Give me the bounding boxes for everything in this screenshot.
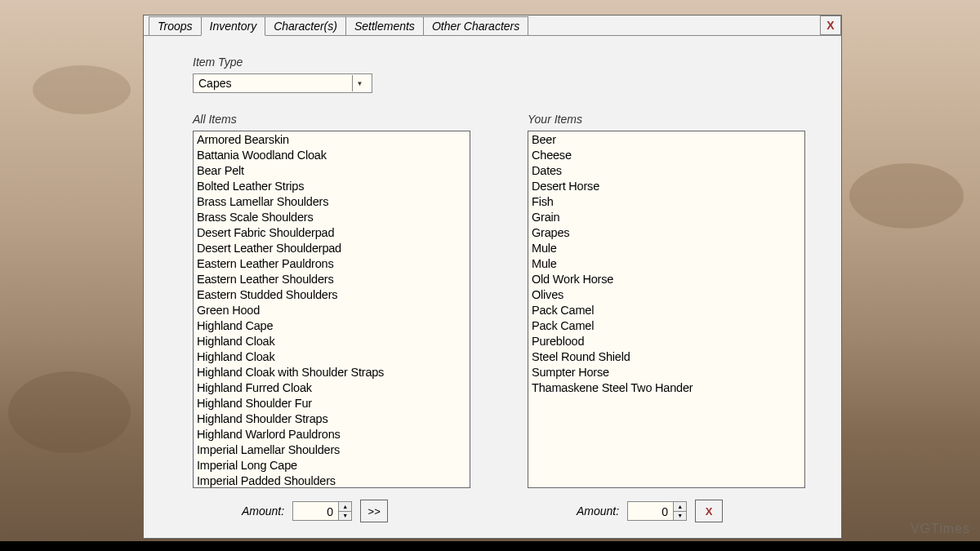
all-items-label: All Items <box>193 113 470 126</box>
amount-value-left[interactable]: 0 <box>293 502 338 520</box>
list-item[interactable]: Eastern Leather Pauldrons <box>197 256 466 272</box>
add-items-button[interactable]: >> <box>360 500 388 522</box>
list-item[interactable]: Highland Cloak <box>197 349 466 365</box>
list-item[interactable]: Steel Round Shield <box>532 349 801 365</box>
inventory-panel: Item Type Capes ▼ All Items Armored Bear… <box>144 35 841 538</box>
chevron-down-icon: ▼ <box>352 75 367 91</box>
your-items-listbox[interactable]: BeerCheeseDatesDesert HorseFishGrainGrap… <box>528 131 805 488</box>
tab-bar: TroopsInventoryCharacter(s)SettlementsOt… <box>149 16 841 35</box>
item-type-select[interactable]: Capes ▼ <box>193 73 372 93</box>
close-button[interactable]: X <box>820 16 841 35</box>
tab-troops[interactable]: Troops <box>149 16 202 36</box>
watermark: VGTimes <box>911 522 970 536</box>
amount-value-right[interactable]: 0 <box>628 502 673 520</box>
list-item[interactable]: Bear Pelt <box>197 163 466 179</box>
list-item[interactable]: Brass Lamellar Shoulders <box>197 194 466 210</box>
list-item[interactable]: Battania Woodland Cloak <box>197 148 466 163</box>
list-item[interactable]: Pureblood <box>532 334 801 349</box>
list-item[interactable]: Eastern Leather Shoulders <box>197 272 466 287</box>
list-item[interactable]: Imperial Lamellar Shoulders <box>197 442 466 458</box>
list-item[interactable]: Grain <box>532 210 801 225</box>
amount-label-left: Amount: <box>242 504 284 518</box>
list-item[interactable]: Old Work Horse <box>532 272 801 287</box>
list-item[interactable]: Eastern Studded Shoulders <box>197 287 466 303</box>
list-item[interactable]: Mule <box>532 241 801 256</box>
remove-items-button[interactable]: X <box>695 500 723 522</box>
cheat-dialog: X TroopsInventoryCharacter(s)Settlements… <box>143 15 842 539</box>
tab-character-s-[interactable]: Character(s) <box>265 16 346 36</box>
tab-settlements[interactable]: Settlements <box>345 16 424 36</box>
list-item[interactable]: Highland Cloak with Shoulder Straps <box>197 365 466 380</box>
tab-other-characters[interactable]: Other Characters <box>423 16 528 36</box>
tab-inventory[interactable]: Inventory <box>201 16 266 36</box>
amount-spinner-left[interactable]: 0 ▲ ▼ <box>292 501 352 521</box>
list-item[interactable]: Sumpter Horse <box>532 365 801 380</box>
list-item[interactable]: Green Hood <box>197 303 466 318</box>
list-item[interactable]: Imperial Padded Shoulders <box>197 473 466 488</box>
list-item[interactable]: Highland Cape <box>197 318 466 334</box>
list-item[interactable]: Highland Shoulder Straps <box>197 411 466 427</box>
amount-spinner-right[interactable]: 0 ▲ ▼ <box>627 501 687 521</box>
list-item[interactable]: Highland Cloak <box>197 334 466 349</box>
list-item[interactable]: Bolted Leather Strips <box>197 179 466 194</box>
list-item[interactable]: Armored Bearskin <box>197 132 466 148</box>
list-item[interactable]: Olives <box>532 287 801 303</box>
item-type-value: Capes <box>198 77 231 90</box>
item-type-label: Item Type <box>193 56 815 69</box>
list-item[interactable]: Pack Camel <box>532 318 801 334</box>
spinner-up-icon[interactable]: ▲ <box>339 502 351 512</box>
amount-label-right: Amount: <box>577 504 619 518</box>
list-item[interactable]: Imperial Long Cape <box>197 458 466 473</box>
list-item[interactable]: Cheese <box>532 148 801 163</box>
list-item[interactable]: Highland Shoulder Fur <box>197 396 466 411</box>
list-item[interactable]: Grapes <box>532 225 801 241</box>
list-item[interactable]: Highland Warlord Pauldrons <box>197 427 466 442</box>
list-item[interactable]: Fish <box>532 194 801 210</box>
list-item[interactable]: Dates <box>532 163 801 179</box>
list-item[interactable]: Beer <box>532 132 801 148</box>
list-item[interactable]: Mule <box>532 256 801 272</box>
spinner-down-icon[interactable]: ▼ <box>339 512 351 521</box>
your-items-label: Your Items <box>528 113 805 126</box>
list-item[interactable]: Brass Scale Shoulders <box>197 210 466 225</box>
spinner-up-icon[interactable]: ▲ <box>674 502 686 512</box>
list-item[interactable]: Highland Furred Cloak <box>197 380 466 396</box>
spinner-down-icon[interactable]: ▼ <box>674 512 686 521</box>
bottom-bar <box>0 541 980 551</box>
list-item[interactable]: Pack Camel <box>532 303 801 318</box>
list-item[interactable]: Desert Horse <box>532 179 801 194</box>
list-item[interactable]: Desert Leather Shoulderpad <box>197 241 466 256</box>
close-icon: X <box>826 19 834 32</box>
list-item[interactable]: Desert Fabric Shoulderpad <box>197 225 466 241</box>
all-items-listbox[interactable]: Armored BearskinBattania Woodland CloakB… <box>193 131 470 488</box>
list-item[interactable]: Thamaskene Steel Two Hander <box>532 380 801 396</box>
